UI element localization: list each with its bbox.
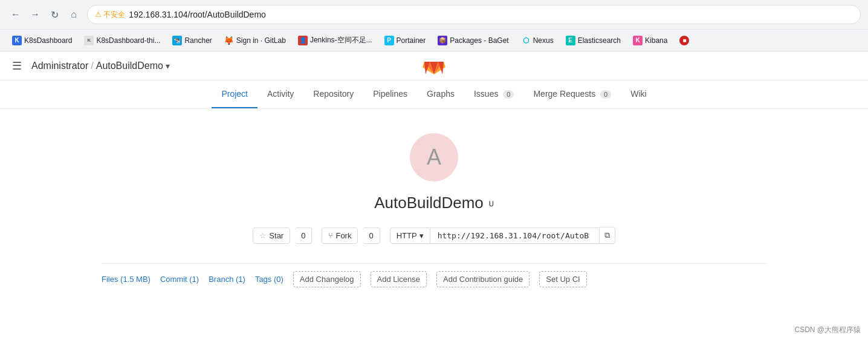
refresh-button[interactable]: ↻ bbox=[46, 6, 63, 23]
bookmark-k8sdashboard2[interactable]: K K8sDashboard-thi... bbox=[79, 34, 165, 47]
gitlab-header: ☰ Administrator / AutoBuildDemo ▾ bbox=[0, 51, 868, 80]
bookmark-nexus[interactable]: ⬡ Nexus bbox=[516, 34, 559, 47]
breadcrumb: Administrator / AutoBuildDemo ▾ bbox=[31, 60, 170, 71]
kibana-icon: K bbox=[633, 36, 643, 45]
tab-repository[interactable]: Repository bbox=[303, 80, 363, 108]
http-selector[interactable]: HTTP ▾ bbox=[390, 227, 430, 244]
bookmark-label: Portainer bbox=[397, 36, 426, 45]
star-button[interactable]: ☆ Star bbox=[253, 227, 290, 244]
project-title: AutoBuildDemo ᴜ bbox=[374, 194, 494, 212]
star-count: 0 bbox=[295, 227, 312, 244]
tags-item: Tags (0) bbox=[255, 275, 283, 284]
browser-toolbar: ← → ↻ ⌂ ⚠ 不安全 192.168.31.104/root/AutoBu… bbox=[0, 0, 868, 29]
merge-requests-badge: 0 bbox=[600, 90, 611, 99]
bookmarks-bar: K K8sDashboard K K8sDashboard-thi... 🐄 R… bbox=[0, 29, 868, 51]
tab-wiki[interactable]: Wiki bbox=[621, 80, 656, 108]
browser-chrome: ← → ↻ ⌂ ⚠ 不安全 192.168.31.104/root/AutoBu… bbox=[0, 0, 868, 51]
bookmark-baget[interactable]: 📦 Packages - BaGet bbox=[433, 34, 513, 47]
tab-activity[interactable]: Activity bbox=[257, 80, 303, 108]
tags-link[interactable]: Tags (0) bbox=[255, 275, 283, 284]
bookmark-kibana[interactable]: K Kibana bbox=[628, 34, 672, 47]
more-icon: ■ bbox=[679, 36, 689, 45]
main-content: A AutoBuildDemo ᴜ ☆ Star 0 ⑂ Fork 0 HTTP… bbox=[0, 109, 868, 295]
bookmark-gitlab[interactable]: 🦊 Sign in · GitLab bbox=[219, 34, 291, 47]
elastic-icon: E bbox=[566, 36, 575, 45]
tab-graphs[interactable]: Graphs bbox=[417, 80, 464, 108]
branch-item: Branch (1) bbox=[209, 275, 245, 284]
breadcrumb-project: AutoBuildDemo bbox=[96, 60, 163, 71]
forward-button[interactable]: → bbox=[27, 6, 44, 23]
baget-icon: 📦 bbox=[438, 36, 447, 45]
bookmark-more[interactable]: ■ bbox=[675, 34, 694, 47]
bookmark-rancher[interactable]: 🐄 Rancher bbox=[167, 34, 216, 47]
add-contribution-button[interactable]: Add Contribution guide bbox=[436, 271, 530, 287]
bookmark-jenkins[interactable]: 👤 Jenkins-空间不足... bbox=[293, 33, 377, 47]
add-license-button[interactable]: Add License bbox=[371, 271, 427, 287]
project-name: AutoBuildDemo bbox=[374, 194, 484, 212]
nav-tabs: Project Activity Repository Pipelines Gr… bbox=[0, 80, 868, 109]
k8s2-icon: K bbox=[84, 36, 94, 45]
clone-section: HTTP ▾ ⧉ bbox=[390, 227, 615, 244]
hamburger-button[interactable]: ☰ bbox=[10, 57, 24, 75]
bookmark-label: Kibana bbox=[645, 36, 667, 45]
address-bar[interactable]: ⚠ 不安全 192.168.31.104/root/AutoBuildDemo bbox=[87, 5, 861, 24]
home-button[interactable]: ⌂ bbox=[65, 6, 82, 23]
jenkins-icon: 👤 bbox=[298, 36, 308, 45]
fork-button[interactable]: ⑂ Fork bbox=[322, 227, 358, 244]
bookmark-elasticsearch[interactable]: E Elasticsearch bbox=[561, 34, 626, 47]
bookmark-label: Rancher bbox=[184, 36, 212, 45]
gitlab-app: ☰ Administrator / AutoBuildDemo ▾ bbox=[0, 51, 868, 295]
gitlab-logo-container bbox=[422, 53, 446, 79]
portainer-icon: P bbox=[384, 36, 394, 45]
url-text: 192.168.31.104/root/AutoBuildDemo bbox=[129, 10, 853, 19]
http-label: HTTP bbox=[397, 231, 417, 240]
project-avatar: A bbox=[410, 133, 458, 181]
security-warning: ⚠ 不安全 bbox=[95, 10, 125, 20]
project-actions: ☆ Star 0 ⑂ Fork 0 HTTP ▾ ⧉ bbox=[253, 227, 615, 244]
gitlab-logo bbox=[422, 53, 446, 77]
files-link[interactable]: Files (1.5 MB) bbox=[102, 275, 151, 284]
tab-issues[interactable]: Issues 0 bbox=[464, 80, 523, 108]
file-bar: Files (1.5 MB) Commit (1) Branch (1) Tag… bbox=[102, 263, 766, 295]
header-inner: ☰ Administrator / AutoBuildDemo ▾ bbox=[10, 57, 858, 75]
breadcrumb-user: Administrator bbox=[31, 60, 88, 71]
k8s-icon: K bbox=[12, 36, 22, 45]
files-item: Files (1.5 MB) bbox=[102, 275, 151, 284]
bookmark-label: Packages - BaGet bbox=[450, 36, 508, 45]
bookmark-k8sdashboard[interactable]: K K8sDashboard bbox=[7, 34, 77, 47]
copy-url-button[interactable]: ⧉ bbox=[600, 227, 615, 244]
fork-count: 0 bbox=[363, 227, 380, 244]
bookmark-portainer[interactable]: P Portainer bbox=[380, 34, 431, 47]
bookmark-label: K8sDashboard bbox=[24, 36, 72, 45]
nav-buttons: ← → ↻ ⌂ bbox=[7, 6, 82, 23]
rancher-icon: 🐄 bbox=[172, 36, 182, 45]
breadcrumb-dropdown[interactable]: ▾ bbox=[166, 61, 170, 71]
back-button[interactable]: ← bbox=[7, 6, 24, 23]
tab-pipelines[interactable]: Pipelines bbox=[363, 80, 417, 108]
visibility-icon: ᴜ bbox=[488, 197, 494, 209]
bookmark-label: Elasticsearch bbox=[578, 36, 621, 45]
branch-link[interactable]: Branch (1) bbox=[209, 275, 245, 284]
star-icon: ☆ bbox=[259, 231, 267, 240]
issues-badge: 0 bbox=[503, 90, 514, 99]
clone-url-input[interactable] bbox=[430, 227, 600, 244]
copy-icon: ⧉ bbox=[604, 230, 610, 240]
add-changelog-button[interactable]: Add Changelog bbox=[293, 271, 361, 287]
gitlab-icon: 🦊 bbox=[224, 36, 234, 45]
bookmark-label: Nexus bbox=[533, 36, 554, 45]
bookmark-label: K8sDashboard-thi... bbox=[96, 36, 160, 45]
nexus-icon: ⬡ bbox=[521, 36, 531, 45]
star-label: Star bbox=[269, 231, 283, 240]
commit-link[interactable]: Commit (1) bbox=[160, 275, 199, 284]
bookmark-label: Sign in · GitLab bbox=[236, 36, 286, 45]
bookmark-label: Jenkins-空间不足... bbox=[310, 35, 372, 45]
fork-label: Fork bbox=[335, 231, 351, 240]
avatar-letter: A bbox=[427, 145, 441, 170]
commit-item: Commit (1) bbox=[160, 275, 199, 284]
http-dropdown-icon: ▾ bbox=[419, 231, 424, 240]
setup-ci-button[interactable]: Set Up CI bbox=[539, 271, 586, 287]
tab-merge-requests[interactable]: Merge Requests 0 bbox=[523, 80, 621, 108]
tab-project[interactable]: Project bbox=[212, 80, 257, 108]
breadcrumb-separator: / bbox=[91, 60, 93, 71]
fork-icon: ⑂ bbox=[328, 231, 333, 240]
